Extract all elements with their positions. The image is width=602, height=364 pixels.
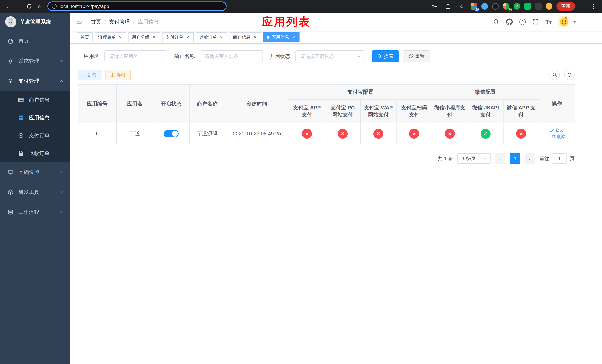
sidebar-item-merchant-info[interactable]: 商户信息 xyxy=(0,91,70,109)
fullscreen-icon[interactable] xyxy=(532,19,539,25)
breadcrumb: 首页 / 支付管理 / 应用信息 xyxy=(91,18,159,25)
record-circle-icon xyxy=(18,133,24,139)
cube-icon xyxy=(7,189,14,195)
sidebar-item-label: 首页 xyxy=(19,38,29,45)
add-button[interactable]: + 新增 xyxy=(78,70,101,80)
sidebar-item-label: 研发工具 xyxy=(19,189,39,196)
refresh-icon xyxy=(567,72,572,77)
extension-icon-1[interactable]: 10 xyxy=(471,3,477,10)
col-group-wechat: 微信配置 xyxy=(432,85,539,99)
status-label: 开启状态 xyxy=(269,53,290,60)
merchant-name-label: 商户名称 xyxy=(174,53,195,60)
close-icon[interactable]: × xyxy=(252,35,258,40)
breadcrumb-payment[interactable]: 支付管理 xyxy=(109,18,130,25)
extension-icon-7[interactable] xyxy=(535,3,542,10)
status-select[interactable]: 请选择开启状态 xyxy=(295,50,365,62)
page-size-select[interactable]: 10条/页 xyxy=(457,153,491,164)
sidebar-item-pay-orders[interactable]: 支付订单 xyxy=(0,127,70,144)
toggle-search-button[interactable] xyxy=(549,70,560,80)
search-button[interactable]: 搜索 xyxy=(372,50,399,62)
close-icon[interactable]: × xyxy=(219,35,224,40)
credit-card-icon xyxy=(18,97,24,103)
app-name-input[interactable] xyxy=(104,50,167,62)
refresh-icon xyxy=(408,54,413,59)
extension-icon-6[interactable] xyxy=(524,3,531,10)
menu-fold-icon[interactable] xyxy=(70,19,88,25)
close-icon[interactable]: × xyxy=(185,35,190,40)
cell-status xyxy=(153,123,189,144)
col-created: 创建时间 xyxy=(225,85,289,123)
sidebar-item-app-info[interactable]: 应用信息 xyxy=(0,109,70,127)
site-info-icon[interactable]: i xyxy=(52,4,57,9)
edit-button[interactable]: 修改 xyxy=(550,127,564,133)
chevron-up-icon xyxy=(59,79,64,83)
extension-icon-3[interactable] xyxy=(492,3,499,10)
tab-user-group[interactable]: 用户分组 × xyxy=(129,32,160,42)
wechat-jsapi-status-icon: ✓ xyxy=(481,129,491,139)
top-navbar: 首页 / 支付管理 / 应用信息 应用列表 ? xyxy=(70,13,602,31)
tab-process-form[interactable]: 流程表单 × xyxy=(95,32,126,42)
forward-icon[interactable]: → xyxy=(14,1,24,11)
extension-icon-5[interactable] xyxy=(514,3,520,10)
dashboard-icon xyxy=(7,38,14,44)
back-icon[interactable]: ← xyxy=(4,1,13,11)
cell-actions: 修改 删除 xyxy=(539,123,575,144)
update-button[interactable]: 更新 xyxy=(557,2,575,11)
tab-merchant-info[interactable]: 商户信息 × xyxy=(230,32,261,42)
refresh-table-button[interactable] xyxy=(564,70,575,80)
profile-avatar-icon[interactable] xyxy=(546,3,552,10)
password-key-icon[interactable] xyxy=(430,1,439,11)
pencil-icon xyxy=(550,128,554,132)
close-icon[interactable]: × xyxy=(151,35,157,40)
prev-page-button[interactable]: ‹ xyxy=(495,153,505,164)
font-size-icon[interactable]: TT xyxy=(545,19,552,25)
help-icon[interactable]: ? xyxy=(519,19,526,25)
main-area: 首页 / 支付管理 / 应用信息 应用列表 ? xyxy=(70,13,602,364)
reset-button[interactable]: 重置 xyxy=(403,50,430,62)
app-logo: 芋道管理系统 xyxy=(0,13,70,31)
screen: ← → ⌂ i localhost:1024/pay/app ☆ 10 1 xyxy=(0,0,602,364)
home-icon[interactable]: ⌂ xyxy=(35,1,44,11)
search-icon xyxy=(552,72,557,77)
status-switch[interactable] xyxy=(164,130,179,137)
extension-icon-2[interactable] xyxy=(481,3,488,10)
avatar-caret-icon[interactable] xyxy=(573,21,576,23)
sidebar-item-infrastructure[interactable]: 基础设施 xyxy=(0,162,70,182)
next-page-button[interactable]: › xyxy=(525,153,535,164)
sidebar-item-home[interactable]: 首页 xyxy=(0,31,70,51)
url-bar[interactable]: i localhost:1024/pay/app xyxy=(47,1,226,11)
page-1-button[interactable]: 1 xyxy=(510,153,520,164)
share-icon[interactable] xyxy=(443,1,453,11)
sidebar-item-refund-orders[interactable]: 退款订单 xyxy=(0,144,70,162)
menu-dots-icon[interactable]: ⋮ xyxy=(589,1,598,11)
close-icon[interactable]: × xyxy=(291,35,296,40)
close-icon[interactable]: × xyxy=(118,35,123,40)
tab-home[interactable]: 首页 xyxy=(77,32,93,42)
bookmark-star-icon[interactable]: ☆ xyxy=(457,1,466,11)
col-alipay-wap: 支付宝 WAP 网站支付 xyxy=(360,99,396,123)
app-title: 芋道管理系统 xyxy=(20,18,51,25)
chevron-down-icon xyxy=(59,210,64,214)
reload-icon[interactable] xyxy=(24,1,34,11)
tab-pay-orders[interactable]: 支付订单 × xyxy=(162,32,194,42)
github-icon[interactable] xyxy=(506,19,513,25)
extension-icon-4[interactable]: 1 xyxy=(503,3,509,10)
merchant-name-input[interactable] xyxy=(200,50,263,62)
wechat-app-status-icon: × xyxy=(516,129,526,139)
tab-app-info[interactable]: 应用信息 × xyxy=(263,32,300,42)
payment-submenu: 商户信息 应用信息 支付订单 xyxy=(0,91,70,162)
delete-button[interactable]: 删除 xyxy=(552,134,566,139)
sidebar-item-workflow[interactable]: 工作流程 xyxy=(0,202,70,222)
user-avatar[interactable] xyxy=(558,16,570,27)
sidebar-item-label: 商户信息 xyxy=(29,96,50,104)
export-button[interactable]: 导出 xyxy=(105,70,131,80)
trash-icon xyxy=(552,135,556,139)
sidebar-item-system[interactable]: 系统管理 xyxy=(0,51,70,71)
sidebar-item-dev-tools[interactable]: 研发工具 xyxy=(0,182,70,202)
sidebar-item-payment[interactable]: ¥ 支付管理 xyxy=(0,71,70,91)
goto-page-input[interactable] xyxy=(552,153,567,164)
search-icon[interactable] xyxy=(493,19,499,25)
breadcrumb-home[interactable]: 首页 xyxy=(91,18,101,25)
document-icon xyxy=(18,150,24,156)
tab-refund-orders[interactable]: 退款订单 × xyxy=(196,32,227,42)
